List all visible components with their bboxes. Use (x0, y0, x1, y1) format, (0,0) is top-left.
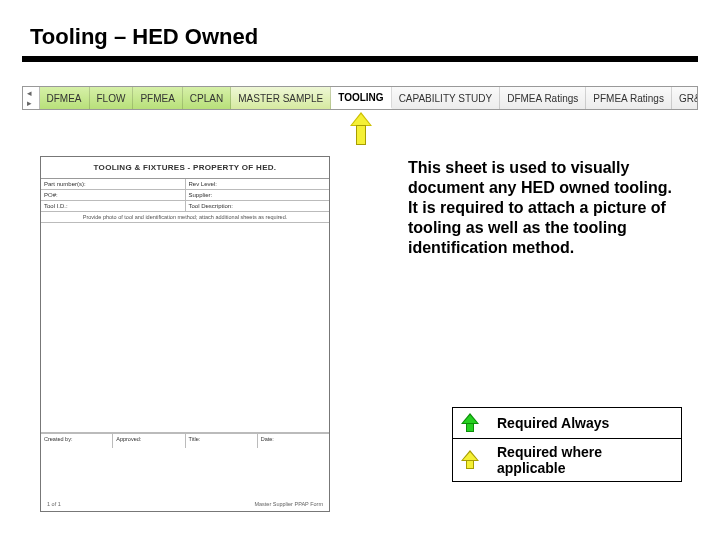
doc-field: Rev Level: (186, 179, 330, 189)
tab-nav-controls[interactable]: I◂ ◂ ▸ ▸I (23, 87, 40, 109)
legend-box: Required Always Required where applicabl… (452, 407, 682, 482)
doc-field: Supplier: (186, 190, 330, 200)
tab-grr-att[interactable]: GR&R ATT(Analytic (672, 87, 698, 109)
doc-note: Provide photo of tool and identification… (41, 212, 329, 223)
callout-arrow-icon (350, 112, 372, 146)
doc-sign-cell: Title: (186, 434, 258, 448)
page-title: Tooling – HED Owned (30, 24, 258, 50)
worksheet-tab-strip: I◂ ◂ ▸ ▸I DFMEA FLOW PFMEA CPLAN MASTER … (22, 86, 698, 110)
description-text: This sheet is used to visually document … (408, 158, 678, 258)
arrow-up-green-icon (461, 413, 487, 433)
doc-photo-area (41, 223, 329, 433)
doc-sign-cell: Date: (258, 434, 329, 448)
tab-tooling[interactable]: TOOLING (331, 87, 391, 109)
doc-footer-left: 1 of 1 (47, 501, 61, 507)
tab-pfmea[interactable]: PFMEA (133, 87, 182, 109)
tab-pfmea-ratings[interactable]: PFMEA Ratings (586, 87, 672, 109)
legend-label: Required Always (497, 415, 609, 431)
legend-row-applicable: Required where applicable (453, 438, 681, 481)
doc-header: TOOLING & FIXTURES - PROPERTY OF HED. (41, 157, 329, 179)
doc-sign-cell: Created by: (41, 434, 113, 448)
tab-dfmea[interactable]: DFMEA (40, 87, 90, 109)
title-rule (22, 56, 698, 62)
tab-flow[interactable]: FLOW (90, 87, 134, 109)
doc-field: PO#: (41, 190, 186, 200)
worksheet-preview: TOOLING & FIXTURES - PROPERTY OF HED. Pa… (40, 156, 330, 512)
doc-field: Tool Description: (186, 201, 330, 211)
tab-dfmea-ratings[interactable]: DFMEA Ratings (500, 87, 586, 109)
arrow-up-yellow-icon (461, 450, 487, 470)
tab-cplan[interactable]: CPLAN (183, 87, 231, 109)
legend-row-always: Required Always (453, 408, 681, 438)
doc-field: Tool I.D.: (41, 201, 186, 211)
doc-field: Part number(s): (41, 179, 186, 189)
doc-footer-right: Master Supplier PPAP Form (254, 501, 323, 507)
doc-sign-row: Created by: Approved: Title: Date: (41, 433, 329, 448)
tab-master-sample[interactable]: MASTER SAMPLE (231, 87, 331, 109)
tab-capability-study[interactable]: CAPABILITY STUDY (392, 87, 501, 109)
doc-sign-cell: Approved: (113, 434, 185, 448)
legend-label: Required where applicable (497, 444, 673, 476)
